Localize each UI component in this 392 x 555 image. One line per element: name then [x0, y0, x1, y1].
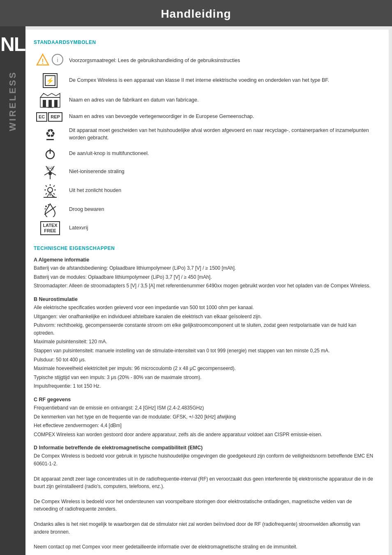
symbol-icon-cell: ♻	[34, 124, 67, 145]
symbol-text: Naam en adres van bevoegde vertegenwoord…	[67, 110, 376, 124]
technical-section-title: TECHNISCHE EIGENSCHAPPEN	[34, 245, 376, 251]
language-label: NL	[0, 35, 25, 54]
book-icon: i	[51, 53, 64, 69]
symbol-icon-cell: EC REP	[34, 110, 67, 124]
main-content: STANDAARDSYMBOLEN !	[25, 30, 389, 555]
tech-para: Neem contact op met Compex voor meer ged…	[34, 543, 376, 551]
symbol-icon-cell: ((•))	[34, 162, 67, 181]
svg-line-24	[46, 185, 47, 187]
power-svg	[44, 147, 57, 160]
tech-para: Het effectieve zendvermogen: 4,4 [dBm]	[34, 422, 376, 430]
tech-para: De kenmerken van het type en de frequent…	[34, 413, 376, 421]
symbol-text: Voorzorgsmaatregel: Lees de gebruikshand…	[67, 51, 376, 71]
tech-subsection-d: D Informatie betreffende de elektromagne…	[34, 445, 376, 550]
tech-para: Dit apparaat zendt zeer lage concentrati…	[34, 475, 376, 490]
symbol-text: Naam en adres van de fabrikant en datum …	[67, 90, 376, 110]
factory-icon: 20xx	[39, 92, 61, 108]
svg-text:i: i	[57, 57, 58, 63]
class2-bf-icons: ⚡	[36, 73, 64, 88]
ec-rep-icon: EC REP	[36, 112, 64, 122]
recycle-svg: ♻	[42, 126, 58, 143]
svg-text:20xx: 20xx	[47, 106, 53, 108]
latex-free-icon: LATEXFREE	[36, 221, 64, 235]
svg-line-26	[53, 185, 55, 187]
svg-text:⚡: ⚡	[46, 77, 54, 85]
tech-heading-a: A Algemene informatie	[34, 257, 376, 263]
symbol-row: ! i Voorzorgsmaatregel: Lees de g	[34, 51, 376, 71]
tech-para: De Compex Wireless is bedoeld voor het o…	[34, 498, 376, 513]
tech-para: Stroomadapter: Alleen de stroomadapters …	[34, 282, 376, 290]
svg-marker-11	[40, 93, 60, 97]
symbols-section-title: STANDAARDSYMBOLEN	[34, 39, 376, 45]
ec-label: EC	[36, 112, 47, 122]
symbol-row: ((•)) Niet-ioniserende straling	[34, 162, 376, 181]
sun-icon	[36, 183, 64, 198]
tech-para: Frequentieband van de emissie en ontvang…	[34, 404, 376, 412]
symbol-icon-cell	[34, 145, 67, 162]
tech-para: Stappen van pulsintensiteit: manuele ins…	[34, 347, 376, 355]
tech-heading-b: B Neurostimulatie	[34, 296, 376, 302]
brand-label: WIRELESS	[7, 71, 18, 131]
tech-para: Uitgangen: vier onafhankelijke en indivi…	[34, 313, 376, 321]
tech-para: Maximale pulsintensiteit: 120 mA.	[34, 338, 376, 346]
symbol-row: EC REP Naam en adres van bevoegde verteg…	[34, 110, 376, 124]
tech-para: Typische stijgtijd van een impuls: 3 μs …	[34, 374, 376, 382]
tech-subsection-a: A Algemene informatie Batterij van de af…	[34, 257, 376, 290]
symbol-row: LATEXFREE Latexvrij	[34, 219, 376, 237]
class2-icon: ⚡	[42, 73, 58, 88]
symbol-icon-cell: ! i	[34, 51, 67, 71]
svg-line-25	[53, 193, 55, 194]
tech-heading-d: D Informatie betreffende de elektromagne…	[34, 445, 376, 451]
svg-point-32	[45, 206, 47, 207]
radiation-icon: ((•))	[36, 164, 64, 179]
tech-subsection-c: C RF gegevens Frequentieband van de emis…	[34, 397, 376, 438]
symbol-text: Niet-ioniserende straling	[67, 162, 376, 181]
svg-text:((•)): ((•))	[47, 166, 54, 171]
symbol-text: Uit het zonlicht houden	[67, 181, 376, 200]
page-title: Handleiding	[0, 7, 392, 21]
svg-point-19	[48, 187, 53, 192]
symbol-icon-cell: ⚡	[34, 71, 67, 90]
tech-para: Maximale hoeveelheid elektriciteit per i…	[34, 365, 376, 372]
symbol-text: De aan/uit-knop is multifunctioneel.	[67, 145, 376, 162]
tech-subsection-b: B Neurostimulatie Alle elektrische speci…	[34, 296, 376, 390]
rep-label: REP	[48, 112, 62, 122]
symbol-icon-cell	[34, 181, 67, 200]
svg-rect-10	[54, 100, 58, 107]
power-icon	[36, 147, 64, 160]
warning-triangle-icon: !	[36, 53, 49, 69]
svg-line-27	[46, 193, 47, 194]
dry-icon	[36, 202, 64, 217]
tech-para: Impulsfrequentie: 1 tot 150 Hz.	[34, 382, 376, 390]
svg-text:!: !	[42, 58, 44, 65]
radiation-svg: ((•))	[43, 164, 58, 179]
symbol-row: ⚡ De Compex Wireless is een apparaat van…	[34, 71, 376, 90]
symbol-row: Droog bewaren	[34, 200, 376, 219]
symbol-text: Dit apparaat moet gescheiden van het hui…	[67, 124, 376, 145]
symbol-row: Uit het zonlicht houden	[34, 181, 376, 200]
tech-para: Alle elektrische specificaties worden ge…	[34, 304, 376, 312]
symbol-text: Latexvrij	[67, 219, 376, 237]
symbol-text: De Compex Wireless is een apparaat van k…	[67, 71, 376, 90]
tech-para: Pulsduur: 50 tot 400 μs.	[34, 356, 376, 364]
svg-text:♻: ♻	[45, 127, 55, 140]
sidebar: NL WIRELESS	[0, 26, 25, 555]
page-header: Handleiding	[0, 0, 392, 26]
tech-para: Batterij van de modules: Oplaadbare lith…	[34, 273, 376, 281]
sun-svg	[43, 183, 58, 198]
symbol-row: 20xx Naam en adres van de fabrikant en d…	[34, 90, 376, 110]
tech-para: Ondanks alles is het niet mogelijk te wa…	[34, 520, 376, 536]
tech-heading-c: C RF gegevens	[34, 397, 376, 402]
svg-point-34	[45, 208, 46, 209]
svg-rect-14	[46, 139, 54, 140]
symbol-row: De aan/uit-knop is multifunctioneel.	[34, 145, 376, 162]
svg-rect-8	[43, 100, 46, 107]
page-body: NL WIRELESS STANDAARDSYMBOLEN !	[0, 26, 392, 555]
dry-svg	[43, 202, 58, 217]
tech-para: COMPEX Wireless kan worden gestoord door…	[34, 431, 376, 439]
symbol-text: Droog bewaren	[67, 200, 376, 219]
symbols-table: ! i Voorzorgsmaatregel: Lees de g	[34, 51, 376, 237]
tech-para: Pulsvorm: rechthoekig, gecompenseerde co…	[34, 321, 376, 337]
symbol-icon-cell	[34, 200, 67, 219]
symbol-icon-cell: LATEXFREE	[34, 219, 67, 237]
